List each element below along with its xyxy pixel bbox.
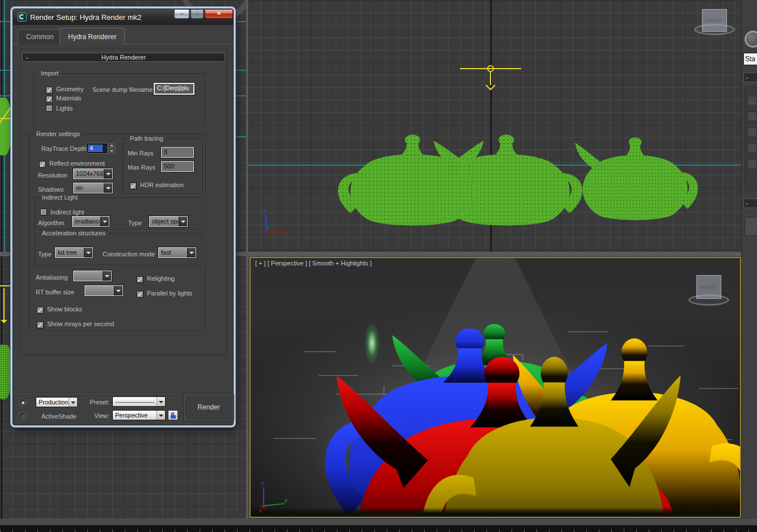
checkbox-box: ✓ [37,307,44,314]
construction-mode-select[interactable]: fast [158,247,196,258]
viewcube-face[interactable]: RIGHT [696,275,721,299]
filename-input[interactable]: C:/[Derp]/plu [154,83,194,95]
checkbox-box: ✓ [39,161,46,168]
teapot-object-partial[interactable] [0,345,11,399]
show-blocks-checkbox[interactable]: ✓Show blocks [37,303,82,311]
light-gizmo-partial [3,288,5,321]
shadows-label: Shadows [38,186,64,193]
spinner-up-icon[interactable] [108,143,115,148]
group-title: Import [39,70,61,77]
light-gizmo[interactable] [248,0,741,252]
specular-highlight [364,322,380,365]
maximize-button[interactable]: ▫ [191,10,204,19]
indirect-light-checkbox[interactable]: Indirect light [40,206,84,214]
z-axis [265,214,267,231]
tab-hydra-renderer[interactable]: Hydra Renderer [60,28,125,44]
close-button[interactable]: ✕ [205,10,233,19]
teapot-object-partial[interactable] [0,98,11,155]
collapse-icon[interactable]: - [26,53,28,61]
axis-tripod-front: z y x [260,208,299,242]
checkbox-box: ✓ [137,291,143,298]
viewcube-face[interactable]: FRONT [702,9,727,32]
min-rays-input[interactable]: 8 [161,147,194,158]
render-button[interactable]: Render [184,394,234,421]
raytrace-depth-spinner[interactable]: 4 [87,143,115,153]
chevron-down-icon [84,248,92,257]
spinner-field[interactable]: 4 [87,143,107,153]
button-stack-panel [745,86,757,191]
tab-common[interactable]: Common [18,29,62,44]
command-panel-partial[interactable]: Sta - - [741,0,757,532]
filename-label: Scene dump filename [92,86,153,93]
hdr-estimation-checkbox[interactable]: ✓HDR estimation [130,179,184,187]
minimize-button[interactable]: – [174,10,189,19]
viewport-perspective[interactable]: [ + ] [ Perspective ] [ Smooth + Highlig… [249,257,741,518]
lights-checkbox[interactable]: Lights [46,103,73,111]
antialiasing-select[interactable] [73,271,112,281]
raytrace-depth-label: RayTrace Depth: [41,145,88,152]
indirect-type-label: Type [128,219,142,226]
rollout-title: Hydra Renderer [102,54,146,61]
panel-button[interactable] [745,217,757,236]
render-setup-dialog: Render Setup: Hydra Render mk2 – ▫ ✕ Com… [12,9,234,425]
teapots-canvas [251,258,740,517]
accel-type-select[interactable]: kd tree [55,247,93,258]
view-select[interactable]: Perspective [112,410,166,420]
z-axis [263,487,264,505]
rollout-header[interactable]: - [743,199,757,208]
relighting-checkbox[interactable]: ✓Relighting [137,273,175,281]
rollout-header-hydra[interactable]: - Hydra Renderer [22,53,225,62]
max-rays-input[interactable]: 500 [161,161,194,172]
resolution-select[interactable]: 1024x768 [73,168,113,179]
panel-button[interactable] [747,143,757,153]
activeshade-radio[interactable] [20,413,26,419]
reflect-environment-checkbox[interactable]: ✓Reflect environment [39,158,105,166]
rt-buffer-size-label: RT buffer size [36,289,74,295]
viewport-lock-button[interactable] [168,410,178,420]
tab-bar: Common Hydra Renderer [13,26,233,44]
y-axis [263,503,285,506]
shadows-select[interactable]: on [73,183,113,193]
parallel-by-lights-checkbox[interactable]: ✓Parallel by lights [137,288,192,295]
y-axis-label: y [285,497,287,503]
indirect-type-select[interactable]: object spa [149,216,188,227]
panel-button[interactable] [747,96,757,105]
checkbox-box: ✓ [130,183,137,189]
show-mrays-checkbox[interactable]: ✓Show mrays per second [37,318,114,326]
footer-separator [15,392,232,394]
checkbox-box [46,105,53,112]
chevron-down-icon [104,169,112,179]
chevron-down-icon [103,271,111,281]
viewport-front[interactable]: FRONT z y x [248,0,741,252]
chevron-down-icon [157,411,165,420]
group-title: Path tracing [128,135,166,142]
preset-select[interactable]: ------------------- [112,396,166,407]
materials-checkbox[interactable]: ✓Materials [46,92,82,100]
panel-button[interactable] [747,128,757,137]
viewcube-front[interactable]: FRONT [694,9,735,36]
geometry-checkbox[interactable]: ✓Geometry [46,83,83,91]
panel-button[interactable] [747,112,757,121]
view-label: View: [91,412,109,419]
antialiasing-label: Antialiasing [36,274,67,281]
track-bar[interactable] [0,525,757,532]
dialog-title: Render Setup: Hydra Render mk2 [30,13,142,22]
dialog-titlebar[interactable]: Render Setup: Hydra Render mk2 – ▫ ✕ [13,9,233,25]
rollout-header[interactable]: - [743,73,757,82]
lock-icon [171,415,176,419]
geometry-category-icon[interactable] [745,31,757,48]
panel-button[interactable] [747,159,757,169]
preset-label: Preset: [87,399,109,406]
production-radio[interactable]: ● [20,399,26,406]
checkbox-box: ✓ [137,276,143,283]
spinner-down-icon[interactable] [108,149,115,153]
x-axis-label: x [259,508,261,513]
production-select[interactable]: Production [36,397,78,407]
object-name-field[interactable]: Sta [743,53,757,65]
algorithm-select[interactable]: irradiance [72,216,109,227]
viewport-label[interactable]: [ + ] [ Perspective ] [ Smooth + Highlig… [255,260,371,267]
chevron-down-icon [157,397,165,406]
viewcube-right[interactable]: RIGHT [688,275,729,307]
light-gizmo-partial[interactable] [0,285,14,286]
rt-buffer-size-select[interactable] [84,285,123,296]
